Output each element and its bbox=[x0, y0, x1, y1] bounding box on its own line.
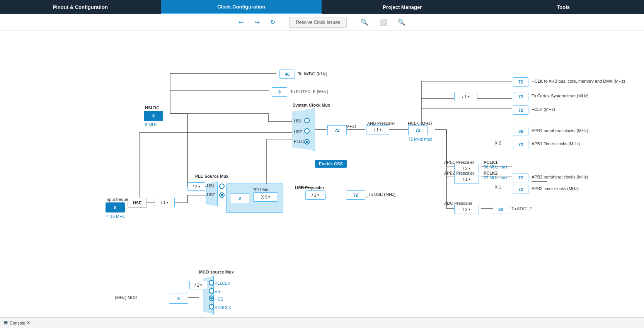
pll-src-mux-label: PLL Source Mux bbox=[195, 174, 228, 178]
hclk-ahb-label: HCLK to AHB bus, core, memory and DMA (M… bbox=[532, 79, 625, 83]
pllmul-dd2[interactable]: X 9 bbox=[253, 192, 278, 202]
apb1-timer-label: APB1 Timer clocks (MHz) bbox=[532, 141, 580, 146]
apb2-x1-label: X 1 bbox=[495, 185, 501, 189]
hse-mux-label: HSE bbox=[294, 129, 303, 134]
cortex-timer-box[interactable]: 72 bbox=[513, 92, 528, 101]
usb-value-box: 72 bbox=[346, 190, 365, 200]
mco-value-box[interactable]: 8 bbox=[169, 294, 188, 304]
zoom-fit-button[interactable]: ⬜ bbox=[376, 17, 390, 27]
hse-input-block[interactable]: 8 bbox=[106, 202, 125, 212]
toolbar: ↩ ↪ ↻ Resolve Clock Issues 🔍 ⬜ 🔍 bbox=[0, 14, 644, 31]
nav-clock[interactable]: Clock Configuration bbox=[161, 0, 322, 14]
apb2-timer-label: APB2 timer clocks (MHz) bbox=[532, 186, 579, 191]
redo-button[interactable]: ↪ bbox=[251, 17, 262, 27]
adc-box: 36 bbox=[493, 205, 508, 214]
hse-range-label: 4-16 MHz bbox=[106, 214, 125, 219]
pllclk-radio[interactable] bbox=[304, 139, 310, 144]
pll-hse-radio[interactable] bbox=[219, 192, 225, 198]
console-icon: 💻 bbox=[3, 320, 9, 325]
pclk1-label: PCLK1 bbox=[484, 160, 497, 165]
cortex-timer-label: To Cortex System timer (MHz) bbox=[532, 93, 588, 98]
hsi-mhz-label: 8 MHz bbox=[145, 122, 157, 127]
apb2-timer-box[interactable]: 72 bbox=[513, 185, 528, 194]
mco-pllclk-radio[interactable] bbox=[209, 280, 214, 286]
nav-tools[interactable]: Tools bbox=[483, 0, 644, 14]
usb-prescaler-label: USB Prescaler bbox=[295, 185, 324, 190]
apb2-peri-box[interactable]: 72 bbox=[513, 173, 528, 182]
usb-div-dropdown[interactable]: / 1 bbox=[305, 190, 325, 200]
iwdg-value-box[interactable]: 40 bbox=[279, 70, 295, 79]
pclk2-label: PCLK2 bbox=[484, 171, 497, 175]
mco-pllclk-label: PLLCLK bbox=[215, 281, 230, 286]
apb1-peri-label: APB1 peripheral clocks (MHz) bbox=[532, 128, 588, 133]
left-sidebar bbox=[0, 31, 52, 317]
canvas[interactable]: HSI RC 8 8 MHz 40 To IWDG (KHz) 8 To FLI… bbox=[52, 31, 644, 317]
hclk-box[interactable]: 72 bbox=[408, 125, 428, 135]
pllmul-lbl2: *PLLMul bbox=[253, 187, 269, 192]
apb2-div-dropdown[interactable]: / 1 bbox=[454, 175, 479, 184]
mco-hse-label: HSE bbox=[215, 297, 223, 301]
hclk-div1-dropdown[interactable]: / 1 bbox=[454, 92, 477, 101]
refresh-button[interactable]: ↻ bbox=[267, 17, 278, 27]
mco-hse-radio[interactable] bbox=[209, 296, 214, 301]
fclk-label: FCLK (MHz) bbox=[532, 107, 555, 112]
apb2-peri-label: APB2 peripheral clocks (MHz) bbox=[532, 175, 588, 179]
hse-div1-dropdown[interactable]: / 1 bbox=[155, 198, 175, 207]
pll-hsi-in-label: HSI bbox=[207, 184, 214, 188]
sysclk-box[interactable]: 72 bbox=[327, 125, 347, 135]
mco-label: (MHz) MCO bbox=[115, 295, 138, 300]
clock-diagram: HSI RC 8 8 MHz 40 To IWDG (KHz) 8 To FLI… bbox=[52, 31, 644, 317]
mco-div2-dropdown[interactable]: / 2 bbox=[189, 281, 207, 289]
console-close-icon[interactable]: ✕ bbox=[27, 320, 30, 325]
ahb-div-dropdown[interactable]: / 1 bbox=[366, 125, 389, 134]
zoom-in-button[interactable]: 🔍 bbox=[358, 17, 371, 27]
pclk1-max-label: 36 MHz max bbox=[484, 165, 508, 169]
console-label[interactable]: Console bbox=[10, 321, 25, 325]
hclk-max-label: 72 MHz max bbox=[408, 137, 432, 141]
main-area: HSI RC 8 8 MHz 40 To IWDG (KHz) 8 To FLI… bbox=[0, 31, 644, 317]
nav-project[interactable]: Project Manager bbox=[322, 0, 483, 14]
pll-hse-in-label: HSE bbox=[207, 192, 216, 197]
pclk2-max-label: 72 MHz max bbox=[484, 175, 508, 180]
hse-radio[interactable] bbox=[304, 128, 310, 134]
wiring-lines bbox=[52, 31, 644, 317]
apb1-peri-box[interactable]: 36 bbox=[513, 127, 528, 136]
bottom-bar: 💻 Console ✕ bbox=[0, 317, 644, 328]
apb1-x2-label: X 2 bbox=[495, 141, 501, 145]
hsi-sys-radio[interactable] bbox=[304, 118, 310, 123]
to-adc-label: To ADC1,2 bbox=[511, 206, 532, 211]
to-flitf-label: To FLITFCLK (MHz) bbox=[290, 89, 328, 94]
pll-div2-dropdown[interactable]: / 2 bbox=[187, 182, 205, 191]
enable-css-button[interactable]: Enable CSS bbox=[315, 160, 347, 168]
top-nav: Pinout & Configuration Clock Configurati… bbox=[0, 0, 644, 14]
pll-hsi-radio[interactable] bbox=[219, 184, 225, 189]
hsi-mux-label: HSI bbox=[294, 119, 301, 123]
to-usb-label: To USB (MHz) bbox=[368, 192, 395, 197]
sysclk-mux-label: System Clock Mux bbox=[293, 103, 330, 107]
resolve-button[interactable]: Resolve Clock Issues bbox=[289, 17, 347, 28]
hse-block[interactable]: HSE bbox=[128, 198, 147, 208]
adc-div-dropdown[interactable]: / 2 bbox=[454, 205, 479, 214]
mco-sysclk-radio[interactable] bbox=[209, 304, 214, 309]
hsi-rc-label: HSI RC bbox=[145, 105, 159, 110]
pll-val-box2[interactable]: 8 bbox=[230, 193, 249, 203]
nav-pinout[interactable]: Pinout & Configuration bbox=[0, 0, 161, 14]
fclk-box[interactable]: 72 bbox=[513, 105, 528, 115]
flitf-value-box[interactable]: 8 bbox=[272, 87, 287, 97]
mco-sysclk-label: SYSCLK bbox=[215, 305, 231, 310]
apb1-timer-box[interactable]: 72 bbox=[513, 140, 528, 149]
undo-button[interactable]: ↩ bbox=[235, 17, 247, 27]
mco-hsi-radio[interactable] bbox=[209, 288, 214, 294]
mco-hsi-label: HSI bbox=[215, 289, 221, 294]
zoom-out-button[interactable]: 🔍 bbox=[395, 17, 409, 27]
mco-src-mux-label: MCO source Mux bbox=[199, 270, 234, 274]
to-iwdg-label: To IWDG (KHz) bbox=[298, 71, 327, 76]
hsi-block[interactable]: 8 bbox=[144, 111, 163, 121]
hclk-ahb-box[interactable]: 72 bbox=[513, 77, 528, 87]
